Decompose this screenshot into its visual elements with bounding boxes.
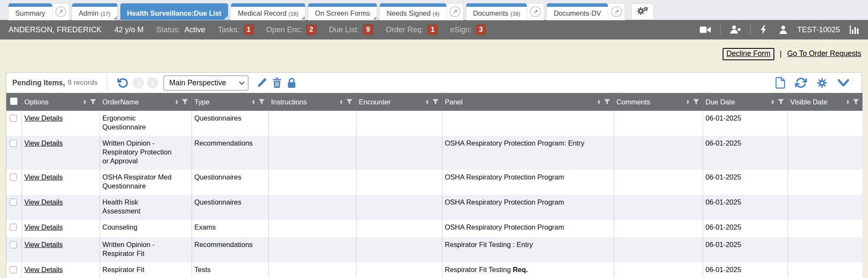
view-details-link[interactable]: View Details <box>25 139 63 147</box>
delete-trash-button[interactable] <box>270 78 284 88</box>
edit-pencil-button[interactable] <box>254 78 270 88</box>
row-select-cell <box>6 195 22 220</box>
tab-popout-button[interactable]: ↗ <box>446 3 463 20</box>
sort-icon[interactable]: ▲▼ <box>339 99 343 105</box>
view-details-link[interactable]: View Details <box>25 173 63 181</box>
counter-badge[interactable]: 2 <box>306 25 316 35</box>
divider <box>750 24 751 35</box>
view-details-link[interactable]: View Details <box>25 223 63 231</box>
counter-label: Order Req: <box>386 25 423 34</box>
select-all-checkbox[interactable] <box>10 98 17 105</box>
tab-summary[interactable]: Summary <box>8 3 52 20</box>
view-details-link[interactable]: View Details <box>25 114 63 122</box>
expand-chevron-button[interactable] <box>835 78 852 87</box>
go-to-order-requests-link[interactable]: Go To Order Requests <box>787 49 861 58</box>
sort-icon[interactable]: ▲▼ <box>426 99 429 105</box>
nav-forward-button[interactable]: › <box>147 77 158 89</box>
view-details-link[interactable]: View Details <box>25 241 63 248</box>
row-checkbox[interactable] <box>10 199 17 206</box>
comments-cell <box>614 170 703 195</box>
column-header-ordername[interactable]: OrderName▲▼ <box>100 93 192 111</box>
tab-documents-dv[interactable]: Documents-DV <box>547 3 608 20</box>
sort-icon[interactable]: ▲▼ <box>83 99 87 105</box>
filter-funnel-icon[interactable] <box>604 99 610 105</box>
visible-date-cell <box>787 136 862 170</box>
instructions-cell <box>268 136 356 170</box>
filter-funnel-icon[interactable] <box>778 99 784 105</box>
type-cell: Tests <box>192 262 268 278</box>
sort-icon[interactable]: ▲▼ <box>846 99 850 105</box>
filter-funnel-icon[interactable] <box>259 99 265 105</box>
row-checkbox[interactable] <box>10 115 17 122</box>
tab-medical-record[interactable]: Medical Record(16) <box>231 3 305 20</box>
filter-funnel-icon[interactable] <box>853 99 859 105</box>
encounter-cell <box>356 136 442 170</box>
sort-icon[interactable]: ▲▼ <box>686 99 690 105</box>
counter-badge[interactable]: 1 <box>244 25 253 35</box>
filter-funnel-icon[interactable] <box>90 99 96 105</box>
filter-funnel-icon[interactable] <box>432 99 439 105</box>
column-header-instructions[interactable]: Instructions▲▼ <box>268 93 356 111</box>
row-checkbox[interactable] <box>10 140 17 147</box>
column-header-visible-date[interactable]: Visible Date▲▼ <box>787 93 862 111</box>
column-header-due-date[interactable]: Due Date▲▼ <box>703 93 787 111</box>
row-checkbox[interactable] <box>10 224 17 231</box>
counter-open-enc: Open Enc:2 <box>266 25 316 35</box>
tab-popout-button[interactable]: ↗ <box>608 3 625 20</box>
column-header-encounter[interactable]: Encounter▲▼ <box>356 93 442 111</box>
undo-button[interactable] <box>115 77 131 89</box>
tab-on-screen-forms[interactable]: On Screen Forms <box>308 3 377 20</box>
filter-funnel-icon[interactable] <box>346 99 353 105</box>
column-header-panel[interactable]: Panel▲▼ <box>442 93 614 111</box>
video-camera-icon[interactable] <box>697 25 713 34</box>
tab-popout-button[interactable]: ↗ <box>527 3 544 20</box>
row-checkbox[interactable] <box>10 266 17 273</box>
sort-icon[interactable]: ▲▼ <box>597 99 601 105</box>
popout-arrow-icon: ↗ <box>56 6 66 17</box>
counter-badge[interactable]: 3 <box>476 25 486 35</box>
sort-icon[interactable]: ▲▼ <box>175 99 179 105</box>
patient-name: ANDERSON, FREDERICK <box>8 25 102 34</box>
settings-gear-button[interactable] <box>814 77 830 89</box>
table-body: View DetailsErgonomic QuestionnaireQuest… <box>6 111 862 278</box>
row-checkbox[interactable] <box>10 241 17 248</box>
comments-cell <box>614 111 703 136</box>
tab-popout-button[interactable]: ↗ <box>52 3 69 20</box>
lock-button[interactable] <box>284 78 299 88</box>
column-header-options[interactable]: Options▲▼ <box>22 93 100 111</box>
pending-items-panel: Pending Items, 9 records ‹ › Main Perspe… <box>6 72 862 278</box>
due-date-cell: 06-01-2025 <box>703 220 787 237</box>
counter-badge[interactable]: 1 <box>428 25 437 35</box>
lightning-icon[interactable] <box>757 25 769 34</box>
row-checkbox[interactable] <box>10 174 17 181</box>
tab-health-surveillance-due-list[interactable]: Health Surveillance:Due List <box>120 3 228 20</box>
panel-required-flag: Req. <box>513 266 528 273</box>
column-header-type[interactable]: Type▲▼ <box>192 93 268 111</box>
sort-icon[interactable]: ▲▼ <box>252 99 256 105</box>
column-header-comments[interactable]: Comments▲▼ <box>614 93 703 111</box>
tab-needs-signed[interactable]: Needs Signed(4) <box>380 3 446 20</box>
comments-cell <box>614 237 703 262</box>
perspective-select[interactable]: Main Perspective <box>164 76 248 90</box>
report-chart-icon[interactable] <box>847 25 862 35</box>
add-person-icon[interactable] <box>727 25 743 34</box>
new-document-button[interactable] <box>772 77 788 89</box>
sort-icon[interactable]: ▲▼ <box>771 99 775 105</box>
view-details-link[interactable]: View Details <box>25 198 63 206</box>
panel-cell: OSHA Respiratory Protection Program <box>442 220 614 237</box>
filter-funnel-icon[interactable] <box>182 99 188 105</box>
filter-funnel-icon[interactable] <box>693 99 699 105</box>
select-all-header[interactable] <box>6 93 22 111</box>
encounter-cell <box>356 170 442 195</box>
tab-admin[interactable]: Admin(17) <box>72 3 117 20</box>
refresh-button[interactable] <box>793 77 810 89</box>
nav-back-button[interactable]: ‹ <box>133 77 144 89</box>
decline-form-link[interactable]: Decline Form <box>726 49 771 58</box>
options-cell: View Details <box>22 170 100 195</box>
counter-badge[interactable]: 9 <box>363 25 373 35</box>
tab-documents[interactable]: Documents(38) <box>466 3 527 20</box>
view-details-link[interactable]: View Details <box>25 266 63 273</box>
order-name-cell: Counseling <box>100 220 192 237</box>
instructions-cell <box>268 237 356 262</box>
tab-settings-button[interactable] <box>631 3 654 20</box>
